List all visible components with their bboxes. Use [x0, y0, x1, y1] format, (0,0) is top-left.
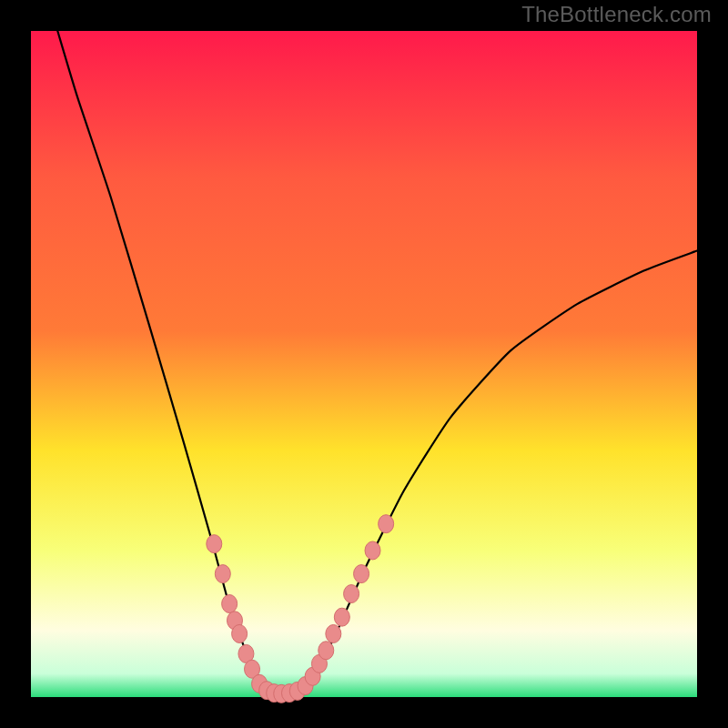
- data-marker: [222, 595, 238, 613]
- data-marker: [318, 642, 334, 660]
- data-marker: [365, 541, 380, 560]
- watermark-text: TheBottleneck.com: [521, 2, 712, 27]
- data-marker: [326, 624, 341, 642]
- data-marker: [232, 624, 248, 642]
- data-marker: [344, 585, 359, 603]
- data-marker: [207, 535, 222, 553]
- data-marker: [379, 515, 394, 533]
- data-marker: [334, 608, 349, 626]
- data-marker: [215, 565, 230, 583]
- bottleneck-chart: [0, 0, 728, 728]
- data-marker: [354, 565, 369, 583]
- plot-background: [31, 31, 697, 697]
- chart-frame: TheBottleneck.com: [0, 0, 728, 728]
